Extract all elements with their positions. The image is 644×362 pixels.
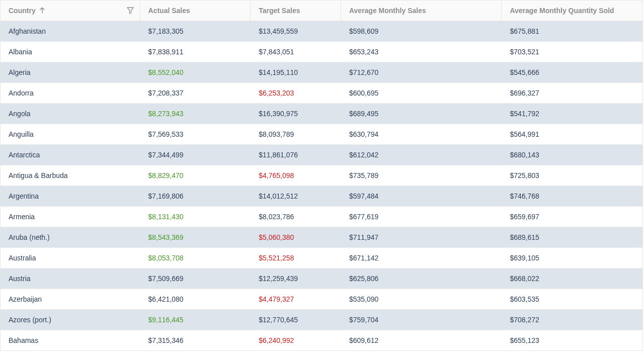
cell-country: Azerbaijan <box>1 289 140 309</box>
header-country-label: Country <box>9 7 36 15</box>
header-country[interactable]: Country <box>1 1 140 21</box>
table-row[interactable]: Anguilla$7,569,533$8,093,789$630,794$564… <box>1 124 642 145</box>
cell-actual-sales: $6,421,080 <box>140 289 251 309</box>
header-target-label: Target Sales <box>259 7 300 15</box>
cell-actual-sales: $8,543,369 <box>140 227 251 247</box>
cell-actual-sales: $8,053,708 <box>140 248 251 268</box>
table-row[interactable]: Albania$7,838,911$7,843,051$653,243$703,… <box>1 42 642 62</box>
cell-country: Antarctica <box>1 145 140 165</box>
cell-avg-monthly-qty: $541,792 <box>502 104 642 124</box>
cell-avg-monthly-qty: $680,143 <box>502 145 642 165</box>
cell-actual-sales: $7,509,669 <box>140 268 251 289</box>
cell-avg-monthly-sales: $625,806 <box>341 268 502 289</box>
table-row[interactable]: Armenia$8,131,430$8,023,786$677,619$659,… <box>1 207 642 227</box>
cell-actual-sales: $7,315,346 <box>140 330 251 350</box>
cell-actual-sales: $7,169,806 <box>140 186 251 206</box>
table-row[interactable]: Argentina$7,169,806$14,012,512$597,484$7… <box>1 186 642 207</box>
cell-target-sales: $11,861,076 <box>251 145 341 165</box>
cell-actual-sales: $8,273,943 <box>140 104 251 124</box>
cell-target-sales: $6,253,203 <box>251 83 341 103</box>
cell-actual-sales: $7,838,911 <box>140 42 251 62</box>
cell-avg-monthly-sales: $612,042 <box>341 145 502 165</box>
cell-actual-sales: $8,552,040 <box>140 62 251 82</box>
cell-avg-monthly-sales: $759,704 <box>341 310 502 330</box>
cell-avg-monthly-sales: $712,670 <box>341 62 502 82</box>
cell-avg-monthly-qty: $659,697 <box>502 207 642 227</box>
cell-avg-monthly-sales: $535,090 <box>341 289 502 309</box>
header-avg-monthly-qty[interactable]: Average Monthly Quantity Sold <box>502 1 642 21</box>
cell-avg-monthly-sales: $711,947 <box>341 227 502 247</box>
table-row[interactable]: Azerbaijan$6,421,080$4,479,327$535,090$6… <box>1 289 642 310</box>
table-row[interactable]: Azores (port.)$9,116,445$12,770,645$759,… <box>1 310 642 330</box>
cell-target-sales: $14,195,110 <box>251 62 341 82</box>
cell-avg-monthly-sales: $598,609 <box>341 21 502 41</box>
table-row[interactable]: Antarctica$7,344,499$11,861,076$612,042$… <box>1 145 642 165</box>
cell-target-sales: $5,521,258 <box>251 248 341 268</box>
cell-country: Anguilla <box>1 124 140 144</box>
cell-target-sales: $8,093,789 <box>251 124 341 144</box>
cell-avg-monthly-qty: $603,535 <box>502 289 642 309</box>
table-row[interactable]: Austria$7,509,669$12,259,439$625,806$668… <box>1 268 642 289</box>
cell-actual-sales: $7,569,533 <box>140 124 251 144</box>
cell-target-sales: $4,479,327 <box>251 289 341 309</box>
table-row[interactable]: Aruba (neth.)$8,543,369$5,060,380$711,94… <box>1 227 642 248</box>
cell-avg-monthly-sales: $630,794 <box>341 124 502 144</box>
cell-country: Angola <box>1 104 140 124</box>
cell-country: Bahamas <box>1 330 140 350</box>
cell-avg-monthly-qty: $545,666 <box>502 62 642 82</box>
cell-country: Armenia <box>1 207 140 227</box>
header-actual-label: Actual Sales <box>148 7 190 15</box>
cell-target-sales: $4,765,098 <box>251 165 341 186</box>
cell-target-sales: $12,259,439 <box>251 268 341 289</box>
header-row: Country Actual Sales Target Sales Averag… <box>1 1 642 21</box>
table-row[interactable]: Algeria$8,552,040$14,195,110$712,670$545… <box>1 62 642 83</box>
cell-country: Austria <box>1 268 140 289</box>
table-row[interactable]: Antigua & Barbuda$8,829,470$4,765,098$73… <box>1 165 642 186</box>
cell-avg-monthly-qty: $696,327 <box>502 83 642 103</box>
cell-country: Aruba (neth.) <box>1 227 140 247</box>
cell-avg-monthly-sales: $677,619 <box>341 207 502 227</box>
cell-actual-sales: $7,208,337 <box>140 83 251 103</box>
header-actual-sales[interactable]: Actual Sales <box>140 1 251 21</box>
cell-actual-sales: $8,829,470 <box>140 165 251 186</box>
header-avg-qty-label: Average Monthly Quantity Sold <box>510 7 614 15</box>
cell-avg-monthly-sales: $735,789 <box>341 165 502 186</box>
cell-avg-monthly-qty: $675,881 <box>502 21 642 41</box>
cell-avg-monthly-qty: $708,272 <box>502 310 642 330</box>
cell-country: Algeria <box>1 62 140 82</box>
table-row[interactable]: Andorra$7,208,337$6,253,203$600,695$696,… <box>1 83 642 104</box>
cell-avg-monthly-qty: $655,123 <box>502 330 642 350</box>
table-row[interactable]: Australia$8,053,708$5,521,258$671,142$63… <box>1 248 642 268</box>
cell-avg-monthly-sales: $600,695 <box>341 83 502 103</box>
sort-asc-icon <box>40 8 45 14</box>
header-avg-monthly-sales[interactable]: Average Monthly Sales <box>341 1 502 21</box>
cell-avg-monthly-qty: $668,022 <box>502 268 642 289</box>
cell-avg-monthly-sales: $653,243 <box>341 42 502 62</box>
cell-country: Azores (port.) <box>1 310 140 330</box>
cell-country: Argentina <box>1 186 140 206</box>
table-row[interactable]: Bahamas$7,315,346$6,240,992$609,612$655,… <box>1 330 642 350</box>
cell-country: Afghanistan <box>1 21 140 41</box>
cell-target-sales: $7,843,051 <box>251 42 341 62</box>
cell-target-sales: $12,770,645 <box>251 310 341 330</box>
cell-country: Albania <box>1 42 140 62</box>
cell-avg-monthly-sales: $671,142 <box>341 248 502 268</box>
data-grid: Country Actual Sales Target Sales Averag… <box>0 0 643 351</box>
cell-actual-sales: $9,116,445 <box>140 310 251 330</box>
table-row[interactable]: Afghanistan$7,183,305$13,459,559$598,609… <box>1 21 642 42</box>
header-avg-sales-label: Average Monthly Sales <box>349 7 426 15</box>
cell-target-sales: $14,012,512 <box>251 186 341 206</box>
cell-actual-sales: $7,344,499 <box>140 145 251 165</box>
table-row[interactable]: Angola$8,273,943$16,390,975$689,495$541,… <box>1 104 642 124</box>
cell-avg-monthly-qty: $746,768 <box>502 186 642 206</box>
cell-actual-sales: $7,183,305 <box>140 21 251 41</box>
header-target-sales[interactable]: Target Sales <box>251 1 341 21</box>
cell-avg-monthly-qty: $689,615 <box>502 227 642 247</box>
grid-body: Afghanistan$7,183,305$13,459,559$598,609… <box>1 21 642 350</box>
filter-icon[interactable] <box>127 7 134 14</box>
cell-target-sales: $8,023,786 <box>251 207 341 227</box>
cell-avg-monthly-qty: $639,105 <box>502 248 642 268</box>
cell-avg-monthly-qty: $703,521 <box>502 42 642 62</box>
cell-avg-monthly-sales: $609,612 <box>341 330 502 350</box>
cell-target-sales: $13,459,559 <box>251 21 341 41</box>
